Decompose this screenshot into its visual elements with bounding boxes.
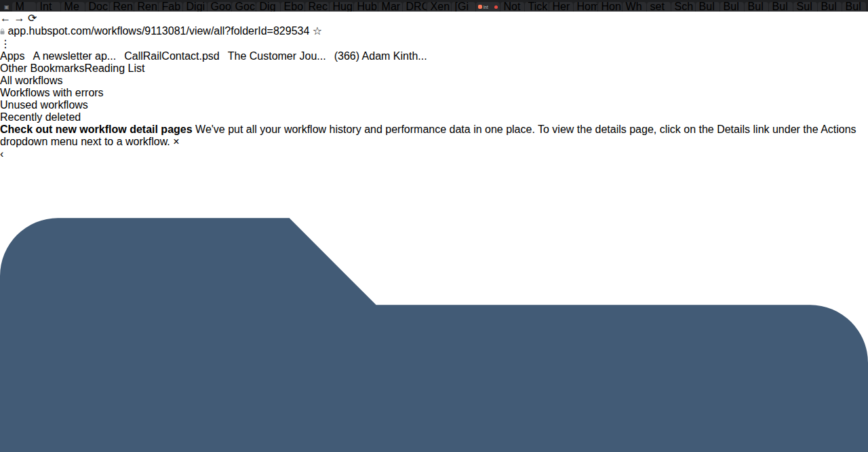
tab-label: DRC [406,2,427,12]
browser-tab[interactable]: Tick [525,2,549,12]
tab-label: Tick [528,2,548,12]
title-row: ‹ Hiring Workflows [0,148,868,452]
tab-workflows-with-errors[interactable]: Workflows with errors [0,87,868,99]
browser-tab[interactable]: Her [549,2,573,12]
browser-tab[interactable]: M [12,2,36,12]
bookmarks-bar: AppsA newsletter ap...CallRailContact.ps… [0,50,868,75]
browser-tab[interactable]: DRC [403,2,427,12]
bookmark-item[interactable]: Other Bookmarks [0,62,84,74]
banner-title: Check out new workflow detail pages [0,124,193,135]
tab-label: Hub [357,2,377,12]
forward-icon[interactable]: → [14,12,24,24]
browser-tab[interactable]: Dig [256,2,280,12]
tab-label: Dig [260,2,276,12]
bookmark-item[interactable]: A newsletter ap... [33,50,116,62]
bookmark-item[interactable]: (366) Adam Kinth... [334,50,427,62]
window-icon: ▣ [4,4,9,10]
browser-tab[interactable]: Hug [330,2,353,12]
browser-tab[interactable]: Bul [696,2,719,12]
browser-tab[interactable]: [Gi [452,2,475,12]
browser-tab[interactable]: Bul [769,2,793,12]
browser-tab[interactable]: Sch [671,2,695,12]
tab-favicon [478,5,482,9]
browser-tab[interactable]: Not [500,2,524,12]
bookmark-item[interactable]: Reading List [84,62,144,74]
browser-tab[interactable]: Int [37,2,60,12]
browser-tab[interactable]: Doc [85,2,109,12]
browser-tab-strip: ▣ MIntMeDocRenRenFabDigiGooGocDigEboRecH… [0,0,868,12]
browser-menu-icon[interactable]: ⋮ [0,38,11,50]
tab-label: Fab [162,2,181,12]
folder-icon [0,160,868,452]
bookmark-items: AppsA newsletter ap...CallRailContact.ps… [0,50,868,62]
tab-label: Goc [235,2,255,12]
browser-tab[interactable]: Xen [427,2,451,12]
tab-label: Digi [186,2,205,12]
browser-tab[interactable]: Ren [110,2,134,12]
bookmark-item[interactable]: CallRailContact.psd [124,50,220,62]
browser-tab[interactable]: Goo [208,2,231,12]
browser-tab[interactable]: Bul [818,2,842,12]
close-icon[interactable]: × [173,136,179,147]
tab-label: Hom [577,2,597,12]
browser-tab[interactable]: set [647,2,671,12]
info-banner: Check out new workflow detail pages We'v… [0,124,868,148]
browser-tab[interactable]: Ren [134,2,158,12]
tab-label: Ren [113,2,133,12]
browser-tab[interactable]: Hon [598,2,622,12]
tab-recently-deleted[interactable]: Recently deleted [0,111,868,124]
browser-tab[interactable]: Ebo [281,2,304,12]
browser-tab[interactable]: Bul [842,2,866,12]
browser-tab[interactable]: Bul [720,2,744,12]
bookmarks-right: Other BookmarksReading List [0,62,868,75]
tab-label: Wh [626,2,642,12]
browser-tab[interactable]: Wh [623,2,646,12]
bookmark-item[interactable]: Apps [0,50,24,62]
bookmark-star-icon[interactable]: ☆ [313,25,322,37]
browser-tab[interactable]: Sul [793,2,817,12]
tab-label: Bul [748,2,764,12]
tab-label: [Gi [455,2,469,12]
tab-label: Not [504,2,521,12]
address-bar[interactable]: app.hubspot.com/workflows/9113081/view/a… [0,24,868,37]
tab-label: Mar [382,2,401,12]
tab-label: Bul [821,2,837,12]
browser-tab[interactable]: Goc [232,2,256,12]
browser-tab[interactable]: Int [476,2,500,12]
browser-tab[interactable]: Rec [305,2,329,12]
tab-label: Bul [699,2,715,12]
tab-unused-workflows[interactable]: Unused workflows [0,99,868,111]
browser-tab[interactable]: Me [61,2,85,12]
hs-tabs: All workflowsWorkflows with errorsUnused… [0,75,868,124]
browser-tab[interactable]: Hub [354,2,378,12]
tab-label: Rec [309,2,328,12]
tab-label: Sul [797,2,812,12]
lock-icon [0,29,5,35]
workflows-page: All workflowsWorkflows with errorsUnused… [0,75,868,452]
recording-dot [494,5,498,9]
tab-label: Me [64,2,79,12]
tab-label: Goo [211,2,231,12]
tab-label: Xen [431,2,450,12]
browser-toolbar: ← → ⟳ app.hubspot.com/workflows/9113081/… [0,12,868,50]
tab-label: Bul [772,2,788,12]
browser-tab[interactable]: Bul [745,2,768,12]
tab-label: Hon [601,2,621,12]
back-icon[interactable]: ← [0,12,11,24]
tab-label: M [16,2,24,12]
tab-label: Her [553,2,570,12]
tab-label: Ebo [284,2,303,12]
browser-tab[interactable]: Hom [574,2,597,12]
reload-icon[interactable]: ⟳ [28,12,37,24]
bookmark-item[interactable]: The Customer Jou... [228,50,326,62]
browser-tab[interactable]: Mar [378,2,402,12]
tab-label: Sch [675,2,694,12]
tab-label: Int [484,5,488,10]
tab-label: Doc [89,2,108,12]
browser-tab[interactable]: Digi [183,2,207,12]
back-button[interactable]: ‹ [0,148,868,160]
tab-label: Ren [138,2,157,12]
browser-tab[interactable]: Fab [159,2,182,12]
tab-all-workflows[interactable]: All workflows [0,75,868,87]
tab-label: set [650,2,665,12]
